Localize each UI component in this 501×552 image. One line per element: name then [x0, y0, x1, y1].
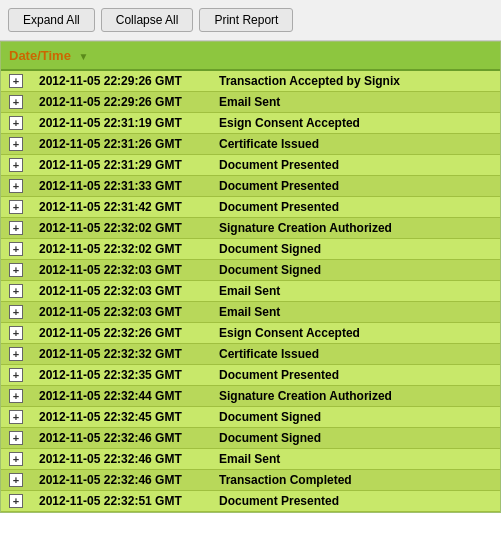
event-cell: Document Presented: [211, 155, 500, 176]
expand-row-button[interactable]: +: [9, 410, 23, 424]
datetime-cell: 2012-11-05 22:32:03 GMT: [31, 302, 211, 323]
expand-row-button[interactable]: +: [9, 494, 23, 508]
table-row: +2012-11-05 22:31:42 GMTDocument Present…: [1, 197, 500, 218]
expand-row-button[interactable]: +: [9, 200, 23, 214]
expand-cell: +: [1, 197, 31, 218]
expand-row-button[interactable]: +: [9, 74, 23, 88]
expand-cell: +: [1, 70, 31, 92]
event-cell: Document Presented: [211, 197, 500, 218]
event-cell: Esign Consent Accepted: [211, 323, 500, 344]
table-row: +2012-11-05 22:31:26 GMTCertificate Issu…: [1, 134, 500, 155]
event-cell: Certificate Issued: [211, 134, 500, 155]
datetime-cell: 2012-11-05 22:32:46 GMT: [31, 470, 211, 491]
table-row: +2012-11-05 22:32:44 GMTSignature Creati…: [1, 386, 500, 407]
datetime-cell: 2012-11-05 22:31:26 GMT: [31, 134, 211, 155]
expand-cell: +: [1, 386, 31, 407]
event-cell: Signature Creation Authorized: [211, 386, 500, 407]
table-row: +2012-11-05 22:29:26 GMTTransaction Acce…: [1, 70, 500, 92]
datetime-cell: 2012-11-05 22:32:44 GMT: [31, 386, 211, 407]
event-cell: Document Presented: [211, 491, 500, 512]
expand-row-button[interactable]: +: [9, 179, 23, 193]
audit-table-container: Date/Time ▼ +2012-11-05 22:29:26 GMTTran…: [0, 41, 501, 513]
table-row: +2012-11-05 22:32:03 GMTEmail Sent: [1, 281, 500, 302]
event-cell: Document Signed: [211, 428, 500, 449]
expand-cell: +: [1, 344, 31, 365]
datetime-cell: 2012-11-05 22:32:03 GMT: [31, 260, 211, 281]
expand-row-button[interactable]: +: [9, 158, 23, 172]
table-row: +2012-11-05 22:31:19 GMTEsign Consent Ac…: [1, 113, 500, 134]
expand-row-button[interactable]: +: [9, 452, 23, 466]
table-row: +2012-11-05 22:32:51 GMTDocument Present…: [1, 491, 500, 512]
collapse-all-button[interactable]: Collapse All: [101, 8, 194, 32]
event-cell: Document Signed: [211, 239, 500, 260]
expand-row-button[interactable]: +: [9, 305, 23, 319]
table-row: +2012-11-05 22:31:33 GMTDocument Present…: [1, 176, 500, 197]
expand-cell: +: [1, 260, 31, 281]
expand-cell: +: [1, 281, 31, 302]
datetime-cell: 2012-11-05 22:31:29 GMT: [31, 155, 211, 176]
expand-cell: +: [1, 155, 31, 176]
audit-table: Date/Time ▼ +2012-11-05 22:29:26 GMTTran…: [1, 42, 500, 512]
expand-cell: +: [1, 176, 31, 197]
event-cell: Signature Creation Authorized: [211, 218, 500, 239]
datetime-cell: 2012-11-05 22:29:26 GMT: [31, 92, 211, 113]
expand-cell: +: [1, 218, 31, 239]
expand-row-button[interactable]: +: [9, 137, 23, 151]
table-row: +2012-11-05 22:32:46 GMTEmail Sent: [1, 449, 500, 470]
expand-cell: +: [1, 113, 31, 134]
expand-cell: +: [1, 239, 31, 260]
toolbar: Expand All Collapse All Print Report: [0, 0, 501, 41]
expand-cell: +: [1, 428, 31, 449]
expand-row-button[interactable]: +: [9, 389, 23, 403]
event-cell: Email Sent: [211, 92, 500, 113]
event-cell: Certificate Issued: [211, 344, 500, 365]
table-row: +2012-11-05 22:32:35 GMTDocument Present…: [1, 365, 500, 386]
event-header: [211, 42, 500, 70]
expand-cell: +: [1, 407, 31, 428]
expand-cell: +: [1, 491, 31, 512]
datetime-cell: 2012-11-05 22:29:26 GMT: [31, 70, 211, 92]
expand-row-button[interactable]: +: [9, 431, 23, 445]
table-row: +2012-11-05 22:32:02 GMTDocument Signed: [1, 239, 500, 260]
datetime-cell: 2012-11-05 22:32:35 GMT: [31, 365, 211, 386]
expand-row-button[interactable]: +: [9, 347, 23, 361]
expand-row-button[interactable]: +: [9, 368, 23, 382]
expand-row-button[interactable]: +: [9, 95, 23, 109]
expand-row-button[interactable]: +: [9, 473, 23, 487]
expand-cell: +: [1, 92, 31, 113]
datetime-cell: 2012-11-05 22:31:33 GMT: [31, 176, 211, 197]
expand-row-button[interactable]: +: [9, 284, 23, 298]
table-row: +2012-11-05 22:32:46 GMTTransaction Comp…: [1, 470, 500, 491]
table-row: +2012-11-05 22:32:45 GMTDocument Signed: [1, 407, 500, 428]
table-row: +2012-11-05 22:32:03 GMTEmail Sent: [1, 302, 500, 323]
expand-cell: +: [1, 365, 31, 386]
expand-row-button[interactable]: +: [9, 326, 23, 340]
datetime-header[interactable]: Date/Time ▼: [1, 42, 211, 70]
event-cell: Transaction Completed: [211, 470, 500, 491]
expand-row-button[interactable]: +: [9, 116, 23, 130]
event-cell: Email Sent: [211, 449, 500, 470]
event-cell: Email Sent: [211, 302, 500, 323]
datetime-cell: 2012-11-05 22:32:45 GMT: [31, 407, 211, 428]
event-cell: Esign Consent Accepted: [211, 113, 500, 134]
datetime-cell: 2012-11-05 22:32:46 GMT: [31, 449, 211, 470]
datetime-cell: 2012-11-05 22:32:03 GMT: [31, 281, 211, 302]
table-row: +2012-11-05 22:29:26 GMTEmail Sent: [1, 92, 500, 113]
datetime-cell: 2012-11-05 22:31:42 GMT: [31, 197, 211, 218]
expand-row-button[interactable]: +: [9, 263, 23, 277]
event-cell: Document Presented: [211, 176, 500, 197]
event-cell: Document Signed: [211, 260, 500, 281]
datetime-cell: 2012-11-05 22:32:46 GMT: [31, 428, 211, 449]
datetime-cell: 2012-11-05 22:32:32 GMT: [31, 344, 211, 365]
table-row: +2012-11-05 22:32:03 GMTDocument Signed: [1, 260, 500, 281]
expand-row-button[interactable]: +: [9, 221, 23, 235]
table-row: +2012-11-05 22:32:02 GMTSignature Creati…: [1, 218, 500, 239]
expand-row-button[interactable]: +: [9, 242, 23, 256]
table-row: +2012-11-05 22:31:29 GMTDocument Present…: [1, 155, 500, 176]
expand-all-button[interactable]: Expand All: [8, 8, 95, 32]
datetime-cell: 2012-11-05 22:32:02 GMT: [31, 239, 211, 260]
expand-cell: +: [1, 323, 31, 344]
event-cell: Document Presented: [211, 365, 500, 386]
print-report-button[interactable]: Print Report: [199, 8, 293, 32]
datetime-cell: 2012-11-05 22:32:26 GMT: [31, 323, 211, 344]
